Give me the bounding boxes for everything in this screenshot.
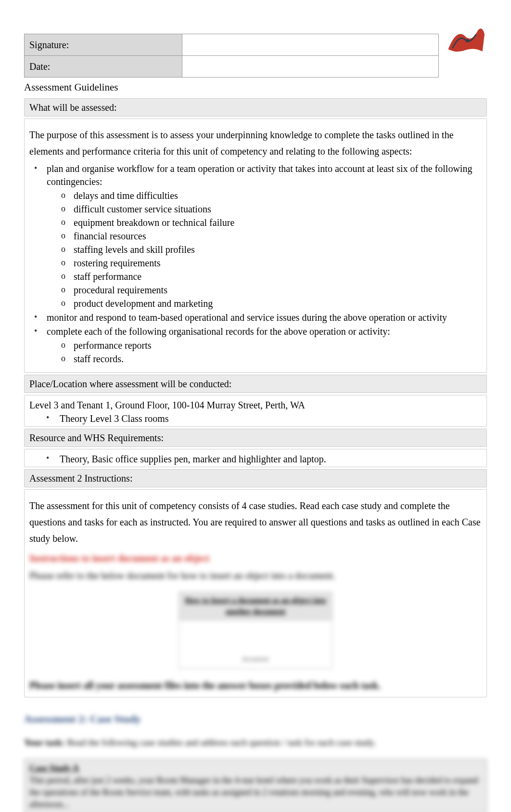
sub-bullet: equipment breakdown or technical failure [61,216,482,229]
sub-bullet: performance reports [61,339,482,352]
place-bullet: Theory Level 3 Class rooms [46,412,482,425]
embedded-object-box: How to Insert a document as an object in… [179,592,332,669]
task-line: Your task: Read the following case studi… [24,736,487,749]
logo-icon [444,19,487,58]
sub-bullet: rostering requirements [61,257,482,270]
resource-whs-box: Theory, Basic office supplies pen, marke… [24,449,487,467]
sub-bullet: product development and marketing [61,297,482,310]
sub-bullet: delays and time difficulties [61,189,482,202]
instructions-heading: Assessment 2 Instructions: [24,469,487,487]
blurred-footer-area: Assessment 2: Case Study Your task: Read… [24,712,487,812]
signature-label: Signature: [25,34,182,56]
records-list: performance reports staff records. [47,339,482,366]
date-value[interactable] [182,56,439,78]
assessment-heading: Assessment 2: Case Study [24,712,487,727]
bullet-monitor-respond: monitor and respond to team-based operat… [33,311,482,324]
what-assessed-heading: What will be assessed: [24,98,487,117]
svg-point-0 [466,39,469,42]
sub-bullet: staff records. [61,353,482,366]
sub-bullet: staffing levels and skill profiles [61,243,482,256]
purpose-paragraph: The purpose of this assessment is to ass… [29,127,482,159]
place-location-text: Level 3 and Tenant 1, Ground Floor, 100-… [29,398,482,412]
sub-bullet: financial resources [61,230,482,243]
place-location-heading: Place/Location where assessment will be … [24,375,487,393]
date-label: Date: [25,56,182,78]
insert-instruction-line: Please insert all your assessment files … [29,679,482,692]
page-title: Assessment Guidelines [24,80,487,94]
main-bullet-list: plan and organise workflow for a team op… [29,162,482,366]
blurred-content: Instructions to insert document as an ob… [29,551,482,692]
case-study-body: This period, after just 2 weeks, your Ro… [29,774,482,811]
refer-line: Please refer to the below document for h… [29,569,482,582]
sub-bullet: difficult customer service situations [61,203,482,216]
place-location-box: Level 3 and Tenant 1, Ground Floor, 100-… [24,395,487,427]
embedded-object-body: document [179,620,332,668]
signature-table: Signature: Date: [24,34,439,78]
signature-value[interactable] [182,34,439,56]
resource-whs-heading: Resource and WHS Requirements: [24,429,487,447]
case-study-title: Case Study A [29,762,482,774]
task-text: Read the following case studies and addr… [65,737,376,747]
sub-bullet: staff performance [61,270,482,283]
bullet-plan-organise: plan and organise workflow for a team op… [47,163,472,187]
embedded-object-title: How to Insert a document as an object in… [179,592,332,620]
resource-bullet: Theory, Basic office supplies pen, marke… [46,452,482,466]
bullet-complete-records: complete each of the following organisat… [47,326,390,337]
instructions-box: The assessment for this unit of competen… [24,489,487,697]
case-study-table: Case Study A This period, after just 2 w… [24,759,487,812]
sub-bullet: procedural requirements [61,284,482,297]
task-label: Your task: [24,737,65,747]
contingencies-list: delays and time difficulties difficult c… [47,189,482,310]
red-instruction-line: Instructions to insert document as an ob… [29,551,482,565]
assessment-content-box: The purpose of this assessment is to ass… [24,118,487,373]
instructions-paragraph: The assessment for this unit of competen… [29,498,482,547]
